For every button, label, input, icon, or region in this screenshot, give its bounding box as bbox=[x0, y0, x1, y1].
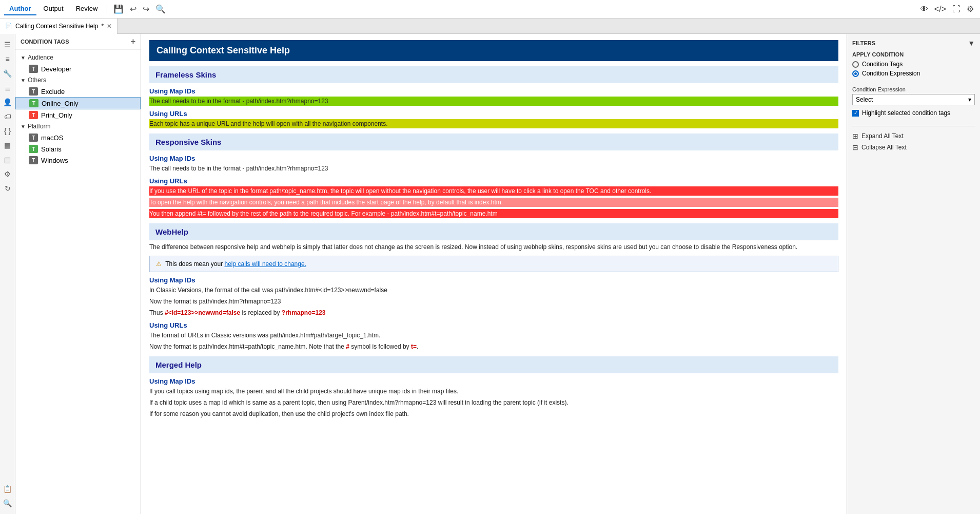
sidebar-title: CONDITION TAGS bbox=[21, 39, 69, 45]
developer-label: Developer bbox=[41, 65, 71, 73]
sidebar-icon-1[interactable]: ☰ bbox=[1, 38, 14, 51]
macos-label: macOS bbox=[41, 134, 63, 142]
sidebar-icon-11[interactable]: ↻ bbox=[1, 182, 14, 195]
sidebar-item-windows[interactable]: T Windows bbox=[15, 155, 141, 166]
sidebar-icon-2[interactable]: ≡ bbox=[1, 52, 14, 66]
sidebar-item-developer[interactable]: T Developer bbox=[15, 63, 141, 74]
checkmark-icon: ✓ bbox=[854, 110, 858, 116]
sidebar-group-platform: ▼ Platform T macOS T Solaris T Windows bbox=[15, 121, 141, 166]
tab-close-button[interactable]: ✕ bbox=[107, 23, 112, 30]
radio-circle-expression bbox=[852, 70, 859, 77]
condition-tags-radio-label: Condition Tags bbox=[862, 61, 903, 68]
sidebar-icon-5[interactable]: 👤 bbox=[1, 96, 14, 109]
collapse-all-icon: ⊟ bbox=[852, 143, 858, 151]
condition-expression-select[interactable]: Select ▾ bbox=[852, 94, 975, 105]
sidebar-item-online-only[interactable]: T Online_Only bbox=[15, 97, 141, 109]
audience-label: Audience bbox=[28, 54, 53, 61]
section-webhelp: WebHelp bbox=[149, 223, 838, 240]
subheading-urls-1: Using URLs bbox=[149, 110, 838, 118]
para-mapids-replace: Thus #<id=123>>newwnd=false is replaced … bbox=[149, 308, 838, 317]
para-mapids-new: Now the format is path/index.htm?rhmapno… bbox=[149, 297, 838, 306]
subheading-map-ids-1: Using Map IDs bbox=[149, 87, 838, 95]
doc-content: Calling Context Sensitive Help Frameless… bbox=[141, 34, 847, 427]
highlight-checkbox[interactable]: ✓ bbox=[852, 110, 859, 117]
warning-icon: ⚠ bbox=[156, 260, 162, 268]
toolbar-tab-author[interactable]: Author bbox=[4, 3, 36, 15]
sidebar-group-others-header[interactable]: ▼ Others bbox=[15, 74, 141, 86]
sidebar-group-platform-header[interactable]: ▼ Platform bbox=[15, 121, 141, 132]
para-map-ids-2: The call needs to be in the format - pat… bbox=[149, 164, 838, 173]
filters-label: FILTERS bbox=[852, 40, 875, 46]
condition-expression-section: Condition Expression Select ▾ bbox=[852, 86, 975, 109]
para-merged-3: If for some reason you cannot avoid dupl… bbox=[149, 409, 838, 418]
expand-all-label: Expand All Text bbox=[861, 132, 904, 140]
radio-group-condition: Condition Tags Condition Expression bbox=[852, 61, 975, 79]
undo-button[interactable]: ↩ bbox=[128, 2, 139, 16]
developer-badge: T bbox=[29, 65, 38, 73]
solaris-badge: T bbox=[29, 145, 38, 153]
radio-condition-expression[interactable]: Condition Expression bbox=[852, 70, 975, 77]
sidebar-item-print-only[interactable]: T Print_Only bbox=[15, 109, 141, 121]
sidebar-group-audience: ▼ Audience T Developer bbox=[15, 52, 141, 74]
sidebar-content: ▼ Audience T Developer ▼ Others T Exclud… bbox=[15, 50, 141, 514]
sidebar-icon-7[interactable]: { } bbox=[1, 124, 14, 138]
sidebar-item-macos[interactable]: T macOS bbox=[15, 132, 141, 143]
search-button[interactable]: 🔍 bbox=[153, 2, 168, 16]
para-merged-1: If you call topics using map ids, the pa… bbox=[149, 387, 838, 396]
para-map-ids-1: The call needs to be in the format - pat… bbox=[149, 97, 838, 106]
para-urls-classic: The format of URLs in Classic versions w… bbox=[149, 331, 838, 340]
icon-sidebar: ☰ ≡ 🔧 ≣ 👤 🏷 { } ▦ ▤ ⚙ ↻ 📋 🔍 bbox=[0, 34, 15, 514]
macos-badge: T bbox=[29, 134, 38, 142]
sidebar-icon-bottom-2[interactable]: 🔍 bbox=[1, 497, 14, 510]
tab-label: Calling Context Sensitive Help bbox=[15, 23, 98, 30]
radio-circle-tags bbox=[852, 61, 859, 68]
code-view-button[interactable]: </> bbox=[932, 3, 948, 16]
sidebar-item-solaris[interactable]: T Solaris bbox=[15, 143, 141, 155]
sidebar-icon-3[interactable]: 🔧 bbox=[1, 67, 14, 80]
sidebar-item-exclude[interactable]: T Exclude bbox=[15, 86, 141, 97]
collapse-all-button[interactable]: ⊟ Collapse All Text bbox=[852, 142, 975, 153]
expand-button[interactable]: ⛶ bbox=[950, 3, 963, 16]
apply-condition-label: APPLY CONDITION bbox=[852, 51, 975, 58]
subheading-urls-3: Using URLs bbox=[149, 321, 838, 329]
print-only-label: Print_Only bbox=[41, 111, 72, 119]
para-webhelp-intro: The difference between responsive help a… bbox=[149, 242, 838, 252]
tab-item[interactable]: 📄 Calling Context Sensitive Help * ✕ bbox=[0, 18, 117, 34]
add-condition-tag-button[interactable]: + bbox=[131, 37, 135, 46]
save-button[interactable]: 💾 bbox=[111, 2, 126, 16]
sidebar-icon-10[interactable]: ⚙ bbox=[1, 167, 14, 181]
highlight-checkbox-row[interactable]: ✓ Highlight selected condition tags bbox=[852, 109, 975, 117]
expand-all-button[interactable]: ⊞ Expand All Text bbox=[852, 130, 975, 142]
toolbar: Author Output Review 💾 ↩ ↪ 🔍 👁 </> ⛶ ⚙ bbox=[0, 0, 980, 18]
right-panel: FILTERS ▼ APPLY CONDITION Condition Tags… bbox=[847, 34, 980, 514]
para-merged-2: If a child topic uses a map id which is … bbox=[149, 398, 838, 407]
condition-expr-label: Condition Expression bbox=[852, 86, 975, 92]
settings-button[interactable]: ⚙ bbox=[965, 2, 976, 16]
preview-button[interactable]: 👁 bbox=[918, 3, 930, 16]
right-panel-title: FILTERS ▼ bbox=[852, 39, 975, 47]
left-sidebar: CONDITION TAGS + ▼ Audience T Developer … bbox=[15, 34, 141, 514]
redo-button[interactable]: ↪ bbox=[141, 2, 151, 16]
exclude-badge: T bbox=[29, 87, 38, 96]
para-urls-new: Now the format is path/index.htm#t=path/… bbox=[149, 342, 838, 351]
sidebar-icon-bottom-1[interactable]: 📋 bbox=[1, 482, 14, 496]
sidebar-icon-8[interactable]: ▦ bbox=[1, 139, 14, 152]
filter-icon: ▼ bbox=[968, 39, 975, 47]
select-placeholder: Select bbox=[856, 96, 873, 103]
windows-label: Windows bbox=[41, 157, 68, 164]
toolbar-tab-output[interactable]: Output bbox=[38, 3, 69, 15]
print-only-badge: T bbox=[29, 111, 38, 119]
others-label: Others bbox=[28, 77, 46, 84]
radio-condition-tags[interactable]: Condition Tags bbox=[852, 61, 975, 68]
sidebar-icon-6[interactable]: 🏷 bbox=[1, 110, 14, 123]
sidebar-group-audience-header[interactable]: ▼ Audience bbox=[15, 52, 141, 63]
solaris-label: Solaris bbox=[41, 145, 62, 153]
platform-label: Platform bbox=[28, 123, 51, 130]
sidebar-icon-4[interactable]: ≣ bbox=[1, 81, 14, 94]
tab-doc-icon: 📄 bbox=[5, 23, 12, 29]
sidebar-header: CONDITION TAGS + bbox=[15, 34, 141, 50]
divider bbox=[852, 126, 975, 126]
toolbar-tab-review[interactable]: Review bbox=[71, 3, 103, 15]
sidebar-icon-9[interactable]: ▤ bbox=[1, 153, 14, 166]
exclude-label: Exclude bbox=[41, 88, 65, 96]
